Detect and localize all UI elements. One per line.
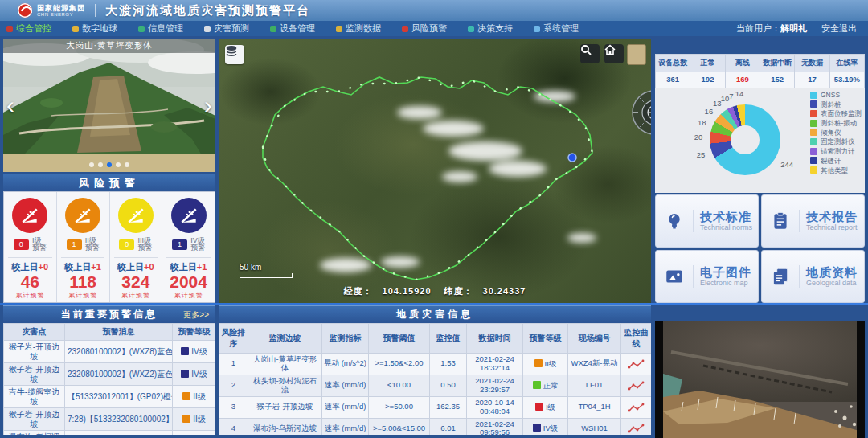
device-stats-table: 设备总数正常离线数据中断无数据在线率 3611921691521753.19%	[655, 54, 865, 88]
nav-item-设备管理[interactable]: 设备管理	[270, 23, 315, 35]
mountain-photo	[3, 39, 215, 172]
nav-item-灾害预测[interactable]: 灾害预测	[204, 23, 249, 35]
table-row[interactable]: 猴子岩-开顶边坡232080100002】(WXZ2)蓝色预警：…IV级	[4, 363, 216, 386]
legend-color-icon	[810, 157, 817, 164]
map-marker[interactable]	[568, 154, 576, 162]
nav-item-风险预警[interactable]: 风险预警	[402, 23, 447, 35]
risk-delta: 较上日+0	[12, 261, 49, 273]
satellite-map[interactable]: 50 km 经度：104.15920 纬度：30.24337	[219, 39, 651, 304]
legend-color-icon	[810, 166, 817, 174]
latitude-value: 30.24337	[483, 286, 526, 296]
hazard-table: 风险排序监测边坡监测指标预警阈值监控值数据时间预警等级现场编号监控曲线 1大岗山…	[219, 323, 651, 435]
table-row[interactable]: 猴子岩-开顶边坡232080100002】(WXZ8)蓝色预警：…IV级	[4, 341, 216, 363]
risk-warning-header: 风险预警	[3, 174, 215, 192]
table-row[interactable]: 3猴子岩-开顶边坡速率 (mm/d)>=50.00162.352020-10-1…	[219, 396, 652, 418]
monitor-curve-icon[interactable]	[621, 354, 652, 375]
monitor-curve-icon[interactable]	[621, 375, 652, 396]
legend-item[interactable]: 其他类型	[810, 166, 862, 174]
header-divider	[95, 4, 96, 17]
risk-badge: 1	[172, 239, 187, 250]
table-row[interactable]: 吉牛-缆阀室边坡【513323012001】(GP02)橙色预警…II级	[4, 386, 216, 408]
table-row[interactable]: 2枕头坝-孙村沟泥石流速率 (mm/d)<10.000.502021-02-24…	[219, 375, 652, 396]
video-frame	[655, 321, 865, 438]
bulb-icon	[662, 209, 686, 233]
alerts-more-link[interactable]: 更多>>	[183, 309, 209, 321]
geological-data-button[interactable]: 地质资料 Geological data	[761, 250, 865, 303]
level-color-icon	[535, 403, 543, 411]
risk-card-III级[interactable]: 0III级预警较上日+0324累计预警	[110, 192, 163, 302]
alerts-col-level: 预警等级	[173, 324, 216, 341]
table-row[interactable]: 1大岗山-黄草坪变形体晃动 (m/s^2)>=1.50&<2.001.53202…	[219, 354, 652, 375]
legend-item[interactable]: 表面位移监测	[810, 109, 862, 117]
electronic-map-button[interactable]: 电子图件 Electronic map	[655, 250, 759, 303]
legend-item[interactable]: GNSS	[810, 91, 862, 99]
donut-chart[interactable]	[710, 104, 780, 175]
device-stat-value: 17	[795, 72, 829, 88]
legend-color-icon	[810, 110, 817, 117]
info-icon	[138, 26, 145, 32]
carousel-dots	[3, 162, 215, 167]
carousel-dot[interactable]	[89, 162, 94, 167]
nav-item-监测数据[interactable]: 监测数据	[336, 23, 381, 35]
nav-item-信息管理[interactable]: 信息管理	[138, 23, 183, 35]
risk-delta: 较上日+0	[117, 261, 154, 273]
nav-item-综合管控[interactable]: 综合管控	[6, 23, 51, 35]
legend-item[interactable]: 锚索测力计	[810, 147, 862, 155]
snow-patches	[320, 91, 596, 272]
nav-item-系统管理[interactable]: 系统管理	[534, 23, 579, 35]
device-icon	[270, 26, 276, 32]
nav-item-数字地球[interactable]: 数字地球	[72, 23, 117, 35]
table-row[interactable]: 猴子岩-开顶边坡7:28)【5133232080100002】(LF02…II级	[4, 408, 216, 431]
risk-count: 46	[21, 273, 39, 291]
technical-norms-button[interactable]: 技术标准 Technical norms	[655, 194, 759, 248]
table-row[interactable]: 4瀑布沟-乌斯河边坡速率 (mm/d)>=5.00&<15.006.012021…	[219, 418, 652, 435]
legend-item[interactable]: 倾角仪	[810, 129, 862, 137]
landslide-icon	[171, 198, 207, 233]
dashboard-icon	[6, 26, 13, 32]
legend-color-icon	[810, 100, 817, 108]
level-color-icon	[534, 359, 542, 367]
site-photo-carousel[interactable]: 大岗山·黄草坪变形体 ‹ ›	[3, 39, 215, 172]
map-home-button[interactable]	[604, 44, 624, 63]
logout-button[interactable]: 安全退出	[821, 23, 857, 35]
monitor-curve-icon[interactable]	[621, 418, 652, 435]
table-row[interactable]: 瀑布沟-老柯调危岩体:40)【5118231020200001】(LKM0…II…	[4, 431, 216, 436]
alerts-col-message: 预警消息	[65, 324, 173, 341]
map-scalebar: 50 km	[240, 263, 293, 278]
risk-card-II级[interactable]: 1II级预警较上日+1118累计预警	[57, 192, 110, 302]
carousel-dot[interactable]	[107, 162, 112, 167]
legend-item[interactable]: 固定测斜仪	[810, 137, 862, 145]
carousel-dot[interactable]	[116, 162, 121, 167]
device-stat-value: 192	[690, 72, 725, 88]
risk-card-I级[interactable]: 0I级预警较上日+046累计预警	[4, 192, 57, 302]
technical-report-button[interactable]: 技术报告 Technical report	[761, 194, 865, 248]
nav-item-决策支持[interactable]: 决策支持	[468, 23, 513, 35]
map-search-button[interactable]	[580, 44, 600, 63]
risk-count: 2004	[170, 273, 207, 291]
donut-value-label: 7	[729, 91, 733, 100]
donut-value-label: 18	[698, 117, 706, 126]
monitor-curve-icon[interactable]	[621, 396, 652, 418]
carousel-dot[interactable]	[98, 162, 103, 167]
legend-item[interactable]: 测斜桩	[810, 100, 862, 108]
carousel-caption: 大岗山·黄草坪变形体	[3, 39, 215, 53]
level-color-icon	[533, 424, 541, 432]
legend-item[interactable]: 测斜桩-振动	[810, 119, 862, 127]
carousel-dot[interactable]	[125, 162, 129, 167]
layers-button[interactable]	[225, 45, 244, 64]
image-icon	[662, 264, 686, 289]
donut-value-label: 10	[721, 93, 730, 102]
risk-warning-cards: 0I级预警较上日+046累计预警1II级预警较上日+1118累计预警0III级预…	[3, 191, 215, 303]
legend-item[interactable]: 裂缝计	[810, 157, 862, 165]
carousel-prev-button[interactable]: ‹	[6, 93, 14, 117]
risk-level-label: II级预警	[85, 237, 100, 252]
home-icon	[604, 44, 616, 55]
donut-value-label: 20	[694, 133, 703, 141]
device-stats-panel: 设备总数正常离线数据中断无数据在线率 3611921691521753.19%	[655, 54, 865, 88]
basemap-button[interactable]	[627, 44, 646, 65]
main-nav: 综合管控数字地球信息管理灾害预测设备管理监测数据风险预警决策支持系统管理 当前用…	[0, 21, 868, 36]
risk-card-IV级[interactable]: 1IV级预警较上日+12004累计预警	[162, 192, 215, 302]
video-feed[interactable]	[655, 321, 865, 438]
risk-level-label: I级预警	[32, 237, 47, 252]
carousel-next-button[interactable]: ›	[204, 93, 212, 117]
